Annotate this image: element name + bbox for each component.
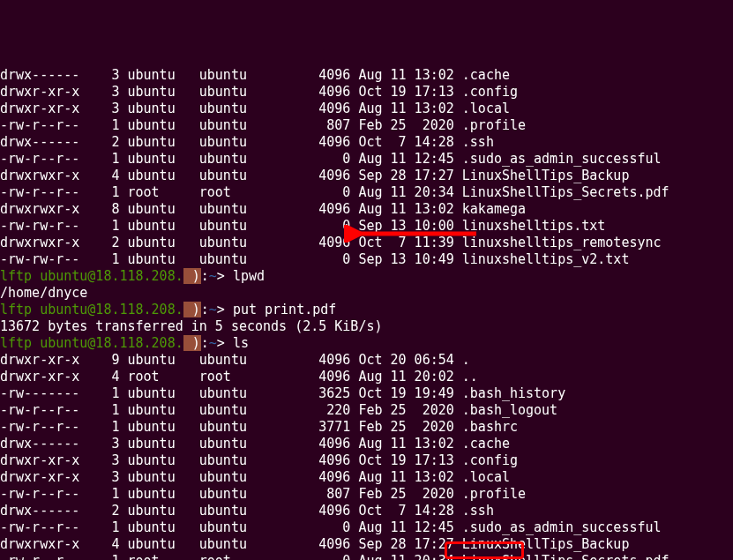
ls-row: drwx------ 2 ubuntu ubuntu 4096 Oct 7 14… — [0, 134, 733, 151]
ls-row: drwxr-xr-x 9 ubuntu ubuntu 4096 Oct 20 0… — [0, 352, 733, 369]
ls-row: -rw-rw-r-- 1 ubuntu ubuntu 0 Sep 13 10:0… — [0, 218, 733, 235]
ls-row: drwxr-xr-x 4 root root 4096 Aug 11 20:02… — [0, 369, 733, 385]
prompt-line[interactable]: lftp ubuntu@18.118.208. ):~> put print.p… — [0, 302, 733, 318]
prompt-app: lftp ubuntu@18.118.208. — [0, 302, 183, 317]
ls-row: drwxrwxr-x 2 ubuntu ubuntu 4096 Oct 7 11… — [0, 235, 733, 251]
prompt-mask: ) — [183, 302, 201, 317]
command-text: put print.pdf — [233, 302, 336, 317]
ls-row: -rw-r--r-- 1 root root 0 Aug 11 20:34 Li… — [0, 184, 733, 201]
ls-row: -rw-r--r-- 1 ubuntu ubuntu 0 Aug 11 12:4… — [0, 519, 733, 536]
ls-row: drwxrwxr-x 4 ubuntu ubuntu 4096 Sep 28 1… — [0, 168, 733, 184]
prompt-path: ~ — [209, 302, 217, 317]
ls-row: drwx------ 3 ubuntu ubuntu 4096 Aug 11 1… — [0, 436, 733, 452]
prompt-mask: ) — [183, 335, 201, 351]
output-line: /home/dnyce — [0, 285, 733, 302]
terminal-output[interactable]: drwx------ 3 ubuntu ubuntu 4096 Aug 11 1… — [0, 67, 733, 560]
prompt-mask: ) — [183, 268, 201, 284]
prompt-line[interactable]: lftp ubuntu@18.118.208. ):~> ls — [0, 335, 733, 352]
ls-row: drwxr-xr-x 3 ubuntu ubuntu 4096 Aug 11 1… — [0, 101, 733, 117]
ls-row: drwxr-xr-x 3 ubuntu ubuntu 4096 Oct 19 1… — [0, 84, 733, 101]
prompt-app: lftp ubuntu@18.118.208. — [0, 335, 183, 351]
ls-row: -rw-rw-r-- 1 ubuntu ubuntu 0 Sep 13 10:4… — [0, 251, 733, 268]
ls-row: drwx------ 2 ubuntu ubuntu 4096 Oct 7 14… — [0, 503, 733, 519]
prompt-app: lftp ubuntu@18.118.208. — [0, 268, 183, 284]
ls-row: -rw-r--r-- 1 ubuntu ubuntu 807 Feb 25 20… — [0, 486, 733, 503]
ls-row: -rw-r--r-- 1 ubuntu ubuntu 220 Feb 25 20… — [0, 402, 733, 419]
ls-row: drwxrwxr-x 8 ubuntu ubuntu 4096 Aug 11 1… — [0, 201, 733, 218]
ls-row: -rw------- 1 ubuntu ubuntu 3625 Oct 19 1… — [0, 385, 733, 402]
prompt-path: ~ — [209, 335, 217, 351]
prompt-path: ~ — [209, 268, 217, 284]
ls-row: -rw-r--r-- 1 ubuntu ubuntu 3771 Feb 25 2… — [0, 419, 733, 436]
ls-row: drwxr-xr-x 3 ubuntu ubuntu 4096 Oct 19 1… — [0, 452, 733, 469]
command-text: ls — [233, 335, 249, 351]
ls-row: -rw-r--r-- 1 ubuntu ubuntu 0 Aug 11 12:4… — [0, 151, 733, 168]
ls-row: -rw-r--r-- 1 root root 0 Aug 11 20:34 Li… — [0, 553, 733, 560]
ls-row: drwxr-xr-x 3 ubuntu ubuntu 4096 Aug 11 1… — [0, 469, 733, 486]
prompt-line[interactable]: lftp ubuntu@18.118.208. ):~> lpwd — [0, 268, 733, 285]
ls-row: drwxrwxr-x 4 ubuntu ubuntu 4096 Sep 28 1… — [0, 536, 733, 553]
output-line: 13672 bytes transferred in 5 seconds (2.… — [0, 318, 733, 335]
ls-row: -rw-r--r-- 1 ubuntu ubuntu 807 Feb 25 20… — [0, 117, 733, 134]
ls-row: drwx------ 3 ubuntu ubuntu 4096 Aug 11 1… — [0, 67, 733, 84]
command-text: lpwd — [233, 268, 265, 284]
